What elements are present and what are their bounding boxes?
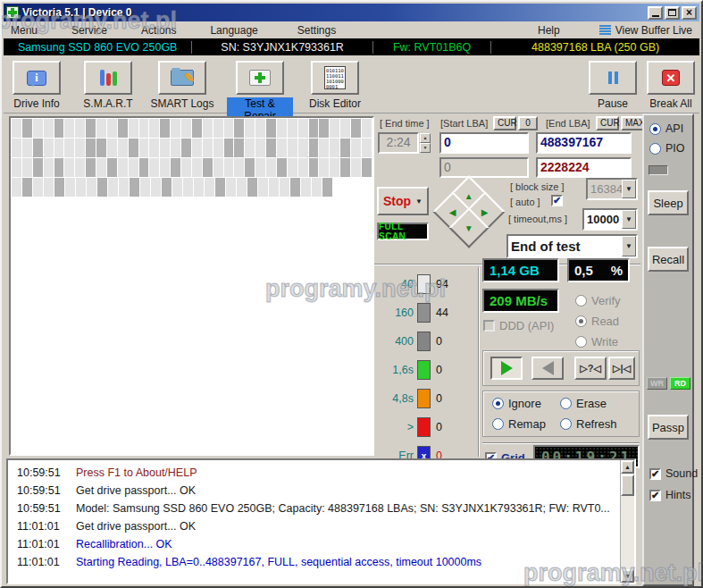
start-lba-input[interactable]: 0 <box>439 132 529 154</box>
end-time-field[interactable]: 2:24 <box>378 132 419 154</box>
retry-button[interactable]: ▷?◁ <box>574 357 607 380</box>
smart-testtubes-icon <box>100 70 117 86</box>
api-option[interactable]: API <box>649 122 683 135</box>
end-action-dropdown-icon[interactable]: ▼ <box>622 236 636 256</box>
erase-option[interactable]: Erase <box>560 397 607 410</box>
menu-item-view-buffer-live[interactable]: View Buffer Live <box>599 24 692 37</box>
pio-radio[interactable] <box>649 143 661 155</box>
scan-block <box>87 178 96 197</box>
menu-item-language[interactable]: Language <box>210 24 257 37</box>
api-radio[interactable] <box>649 123 661 135</box>
disk-editor-button[interactable]: 010110 110011 101000 0001 Disk Editor <box>302 61 368 110</box>
menu-item-settings[interactable]: Settings <box>297 24 336 37</box>
end-time-spinner[interactable]: ▲ ▼ <box>420 133 431 153</box>
menu-item-service[interactable]: Service <box>71 24 107 37</box>
ignore-option[interactable]: Ignore <box>492 397 541 410</box>
mode-verify-option[interactable]: Verify <box>575 294 621 307</box>
erase-radio[interactable] <box>560 398 572 409</box>
buffer-list-icon <box>599 25 611 35</box>
timeout-combo[interactable]: 10000 ▼ <box>582 208 638 231</box>
recall-button[interactable]: Recall <box>648 247 689 272</box>
log-line: 10:59:51 Get drive passport... OK <box>8 482 634 500</box>
end-lba-cur-button[interactable]: CUR <box>596 116 619 130</box>
scan-block <box>340 139 350 157</box>
scan-block <box>129 119 138 138</box>
pio-option[interactable]: PIO <box>649 142 685 155</box>
timeout-dropdown-icon[interactable]: ▼ <box>622 210 636 229</box>
ddd-api-option[interactable]: DDD (API) <box>483 319 554 332</box>
data-read-lcd: 1,14 GB <box>482 258 559 282</box>
scan-block <box>140 178 150 197</box>
hints-checkbox[interactable] <box>649 490 661 501</box>
retry-icon: ▷?◁ <box>580 363 601 374</box>
scan-block <box>54 139 64 157</box>
smart-logs-folder-icon <box>171 70 194 86</box>
scroll-up-icon[interactable]: ▲ <box>621 460 634 474</box>
start-lba-zero-button[interactable]: 0 <box>518 116 538 130</box>
close-button[interactable]: × <box>682 6 697 20</box>
test-repair-button[interactable]: Test & Repair <box>227 61 293 122</box>
ignore-radio[interactable] <box>492 398 504 409</box>
scan-block <box>44 178 54 197</box>
title-bar[interactable]: Victoria 5.1 | Device 0 × <box>4 4 699 21</box>
scan-block <box>269 178 279 197</box>
scan-block <box>33 139 43 157</box>
verify-radio[interactable] <box>575 295 587 307</box>
scan-block <box>149 119 159 138</box>
scrollbar-thumb[interactable] <box>621 475 634 496</box>
remap-radio[interactable] <box>492 418 504 430</box>
break-all-button[interactable]: ✕ Break All <box>640 61 702 110</box>
spinner-down-icon[interactable]: ▼ <box>420 143 431 153</box>
scroll-down-icon[interactable]: ▼ <box>621 569 634 583</box>
sound-option[interactable]: Sound <box>649 467 698 480</box>
histogram-count: 94 <box>436 278 448 290</box>
maximize-button[interactable] <box>665 6 680 20</box>
seek-end-button[interactable]: ▷|◁ <box>608 357 635 380</box>
grid-separator <box>482 442 640 444</box>
mode-read-option[interactable]: Read <box>575 315 619 328</box>
log-scrollbar[interactable]: ▲ ▼ <box>620 460 634 583</box>
smart-button[interactable]: S.M.A.R.T <box>75 61 141 110</box>
histogram-row-160: 160 44 <box>376 303 448 323</box>
sound-checkbox[interactable] <box>649 468 661 480</box>
pause-button[interactable]: Pause <box>580 61 646 110</box>
stop-button[interactable]: Stop ▼ <box>377 187 429 215</box>
menu-item-actions[interactable]: Actions <box>141 24 176 37</box>
remap-option[interactable]: Remap <box>492 417 546 431</box>
spinner-up-icon[interactable]: ▲ <box>420 133 431 143</box>
refresh-option[interactable]: Refresh <box>560 417 617 431</box>
drive-info-button[interactable]: i Drive Info <box>4 61 70 110</box>
menu-item-help[interactable]: Help <box>538 24 560 37</box>
refresh-radio[interactable] <box>560 418 572 430</box>
passport-button[interactable]: Passp <box>648 415 689 440</box>
scan-block <box>203 139 213 157</box>
scan-block <box>351 158 361 177</box>
minimize-button[interactable] <box>648 6 663 20</box>
scan-block <box>237 178 247 197</box>
scan-block <box>319 158 329 177</box>
block-size-dropdown-icon[interactable]: ▼ <box>622 180 636 198</box>
step-back-button[interactable] <box>531 357 564 380</box>
step-back-icon <box>535 361 554 375</box>
read-radio[interactable] <box>575 315 587 327</box>
sleep-button[interactable]: Sleep <box>648 190 689 215</box>
mode-write-option[interactable]: Write <box>575 335 618 349</box>
ddd-api-checkbox[interactable] <box>483 320 495 332</box>
play-button[interactable] <box>490 357 523 380</box>
log-panel: 10:59:51 Press F1 to About/HELP 10:59:51… <box>6 458 636 584</box>
end-lba-input[interactable]: 488397167 <box>536 132 632 154</box>
end-action-combo[interactable]: End of test ▼ <box>506 234 638 258</box>
hints-option[interactable]: Hints <box>649 489 690 501</box>
write-radio[interactable] <box>575 336 587 348</box>
block-size-combo[interactable]: 16384 ▼ <box>586 178 638 200</box>
percent-lcd: 0,5 % <box>567 258 630 282</box>
auto-checkbox[interactable] <box>551 195 563 206</box>
histogram-count: 44 <box>436 307 448 319</box>
start-lba-cur-button[interactable]: CUR <box>493 116 516 130</box>
read-label: Read <box>591 315 619 328</box>
scan-block <box>277 119 287 138</box>
scan-block <box>160 119 170 138</box>
menu-item-menu[interactable]: Menu <box>11 24 38 37</box>
timeout-label: [ timeout,ms ] <box>508 214 567 224</box>
smart-logs-button[interactable]: SMART Logs <box>149 61 215 110</box>
